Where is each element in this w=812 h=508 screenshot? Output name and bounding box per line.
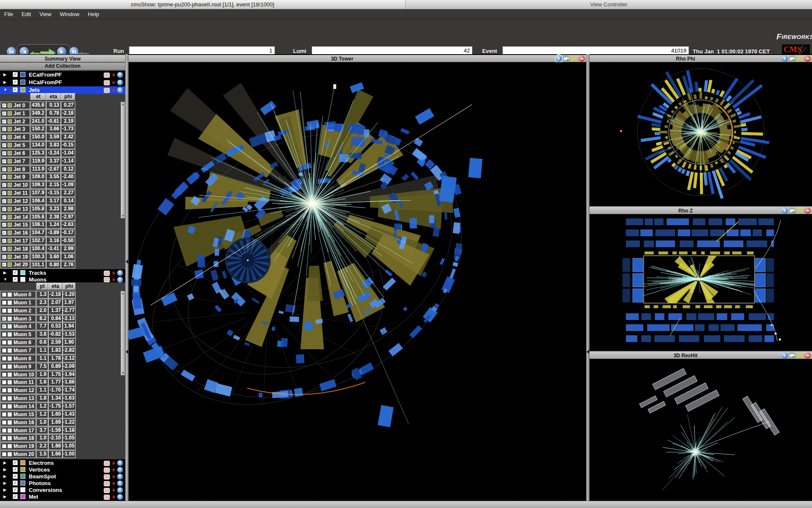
column-header-eta[interactable]: eta xyxy=(46,93,61,100)
row-checkbox[interactable] xyxy=(2,404,6,409)
color-swatch[interactable] xyxy=(20,494,25,499)
column-header-phi[interactable]: phi xyxy=(63,283,76,290)
row-label-cell[interactable]: Muon 7 xyxy=(0,347,36,354)
row-label-cell[interactable]: Muon 0 xyxy=(0,291,36,298)
color-swatch[interactable] xyxy=(20,460,25,465)
row-checkbox[interactable]: ✓ xyxy=(2,215,6,219)
goto-icon[interactable] xyxy=(112,73,115,77)
detector-view-icon[interactable] xyxy=(104,88,110,93)
rho-z-canvas[interactable] xyxy=(590,214,812,351)
row-label-cell[interactable]: Muon 8 xyxy=(0,355,36,362)
detector-view-icon[interactable] xyxy=(104,271,110,276)
muon-table-scrollbar[interactable]: ▲▼ xyxy=(121,291,125,375)
menu-help[interactable]: Help xyxy=(86,11,101,17)
collapse-arrow-icon[interactable]: ▼ xyxy=(3,88,7,92)
collection-tracks[interactable]: ▶✓Tracksi xyxy=(0,269,125,276)
color-swatch[interactable] xyxy=(20,72,25,77)
visibility-checkbox[interactable]: ✓ xyxy=(13,270,18,275)
goto-icon[interactable] xyxy=(112,481,115,486)
run-input[interactable] xyxy=(129,46,275,55)
row-label-cell[interactable]: Muon 16 xyxy=(0,419,36,426)
row-color-swatch[interactable] xyxy=(8,436,12,440)
row-color-swatch[interactable] xyxy=(8,380,12,384)
color-swatch[interactable] xyxy=(20,474,25,479)
row-color-swatch[interactable] xyxy=(8,373,12,377)
row-color-swatch[interactable] xyxy=(8,223,12,227)
row-color-swatch[interactable] xyxy=(8,340,12,345)
close-icon[interactable] xyxy=(804,55,811,62)
row-label-cell[interactable]: Muon 1 xyxy=(0,299,36,306)
row-color-swatch[interactable] xyxy=(8,103,12,108)
row-label-cell[interactable]: ✓Jet 19 xyxy=(0,253,30,261)
collapse-arrow-icon[interactable]: ▼ xyxy=(3,277,7,282)
menu-file[interactable]: File xyxy=(3,11,15,17)
row-color-swatch[interactable] xyxy=(8,388,12,392)
row-color-swatch[interactable] xyxy=(8,239,12,243)
detector-view-icon[interactable] xyxy=(104,80,110,86)
row-checkbox[interactable] xyxy=(2,428,6,433)
info-icon[interactable]: i xyxy=(117,494,123,500)
swap-view-icon[interactable] xyxy=(797,352,803,359)
info-icon[interactable]: i xyxy=(117,270,123,276)
row-label-cell[interactable]: ✓Jet 15 xyxy=(0,221,30,229)
visibility-checkbox[interactable]: ✓ xyxy=(13,277,18,282)
jet-table-scrollbar[interactable]: ▲▼ xyxy=(121,102,125,218)
row-checkbox[interactable] xyxy=(2,340,6,345)
row-checkbox[interactable] xyxy=(2,301,6,305)
goto-icon[interactable] xyxy=(112,488,115,492)
row-checkbox[interactable] xyxy=(2,420,6,425)
row-label-cell[interactable]: ✓Jet 12 xyxy=(0,197,30,205)
row-color-swatch[interactable] xyxy=(8,452,12,456)
collection-muons[interactable]: ▼✓Muonsi xyxy=(0,276,125,283)
undock-icon[interactable] xyxy=(789,352,796,359)
row-color-swatch[interactable] xyxy=(8,412,12,417)
visibility-checkbox[interactable]: ✓ xyxy=(13,474,18,479)
row-label-cell[interactable]: ✓Jet 20 xyxy=(0,261,30,269)
color-swatch[interactable] xyxy=(20,487,25,492)
expand-arrow-icon[interactable]: ▶ xyxy=(3,481,6,485)
splitter-collapse-icon[interactable] xyxy=(126,260,128,264)
row-label-cell[interactable]: ✓Jet 0 xyxy=(0,102,30,109)
row-checkbox[interactable] xyxy=(2,396,6,400)
goto-icon[interactable] xyxy=(112,88,115,92)
row-label-cell[interactable]: ✓Muon 3 xyxy=(0,315,36,323)
row-checkbox[interactable]: ✓ xyxy=(2,262,6,267)
collection-electrons[interactable]: ▶✓Electronsi xyxy=(0,459,125,466)
row-color-swatch[interactable] xyxy=(8,183,12,187)
event-input[interactable] xyxy=(502,46,689,55)
row-label-cell[interactable]: Muon 6 xyxy=(0,339,36,346)
goto-icon[interactable] xyxy=(112,468,115,472)
row-color-swatch[interactable] xyxy=(8,159,12,163)
expand-arrow-icon[interactable]: ▶ xyxy=(3,461,6,465)
info-icon[interactable]: i xyxy=(117,467,123,473)
3d-tower-canvas[interactable] xyxy=(129,62,586,501)
undock-icon[interactable] xyxy=(789,207,796,214)
info-icon[interactable]: i xyxy=(117,474,123,480)
row-label-cell[interactable]: Muon 19 xyxy=(0,442,36,450)
collection-hcalfrompf[interactable]: ▶✓HCalFromPFi xyxy=(0,79,125,86)
row-checkbox[interactable] xyxy=(2,356,6,361)
column-header-et[interactable]: et xyxy=(30,93,46,100)
row-checkbox[interactable]: ✓ xyxy=(2,127,6,131)
swap-view-icon[interactable] xyxy=(571,55,577,62)
row-color-swatch[interactable] xyxy=(8,199,12,203)
visibility-checkbox[interactable]: ✓ xyxy=(13,487,18,492)
row-color-swatch[interactable] xyxy=(8,317,12,321)
goto-icon[interactable] xyxy=(112,461,115,465)
expand-arrow-icon[interactable]: ▶ xyxy=(3,467,6,472)
color-swatch[interactable] xyxy=(20,87,25,92)
row-checkbox[interactable]: ✓ xyxy=(2,143,6,147)
visibility-checkbox[interactable]: ✓ xyxy=(13,460,18,465)
row-label-cell[interactable]: ✓Jet 11 xyxy=(0,189,30,197)
row-checkbox[interactable] xyxy=(2,436,6,440)
right-splitter[interactable] xyxy=(586,54,590,501)
row-label-cell[interactable]: Muon 13 xyxy=(0,395,36,402)
undock-icon[interactable] xyxy=(563,55,570,62)
column-header-eta[interactable]: eta xyxy=(48,283,63,290)
row-color-swatch[interactable] xyxy=(8,135,12,139)
view-controller-titlebar[interactable]: View Controller xyxy=(405,0,812,9)
row-color-swatch[interactable] xyxy=(8,428,12,433)
splitter-collapse-icon[interactable] xyxy=(126,350,128,354)
info-icon[interactable]: i xyxy=(117,87,123,93)
menu-edit[interactable]: Edit xyxy=(20,11,33,17)
